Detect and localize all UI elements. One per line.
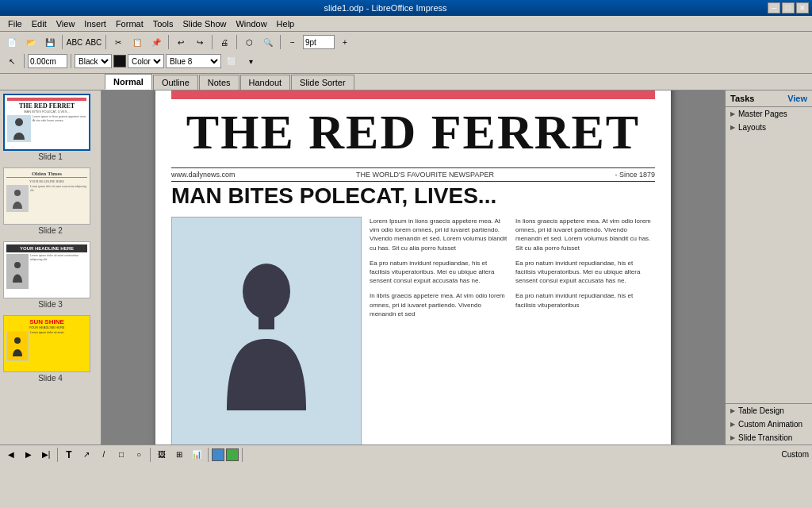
- redo-button[interactable]: ↪: [191, 34, 209, 50]
- toolbar-row-1: 📄 📂 💾 ABC ABC ✂ 📋 📌 ↩ ↪ 🖨 ⬡ 🔍 − 9pt +: [3, 33, 809, 51]
- slide-thumb-4[interactable]: SUN SHINE YOUR HEADLINE HERE Lorem ipsum…: [3, 315, 98, 383]
- table-design-label: Table Design: [738, 406, 784, 415]
- cut-button[interactable]: ✂: [109, 34, 127, 50]
- menu-slideshow[interactable]: Slide Show: [178, 17, 231, 30]
- close-button[interactable]: ✕: [796, 2, 809, 13]
- layouts-item[interactable]: ▶ Layouts: [726, 121, 812, 134]
- custom-animation-label: Custom Animation: [738, 420, 802, 429]
- sep4: [212, 35, 213, 49]
- menu-edit[interactable]: Edit: [27, 17, 52, 30]
- slide-image-box[interactable]: [171, 217, 362, 444]
- svg-point-3: [14, 337, 21, 344]
- slide-3-label: Slide 3: [3, 300, 98, 309]
- slide-thumb-2[interactable]: Olden Times YOUR HEADLINE HERE Lorem ips…: [3, 167, 98, 235]
- arrow-button[interactable]: ↖: [3, 53, 21, 69]
- arrow-icon5: ▶: [730, 434, 735, 441]
- slide-content-area: Lorem Ipsum in lions graecis appetere me…: [171, 217, 655, 444]
- save-button[interactable]: 💾: [41, 34, 59, 50]
- extra-btn[interactable]: ⬜: [223, 53, 240, 69]
- slide-name-select[interactable]: Blue 8: [166, 54, 221, 68]
- menu-insert[interactable]: Insert: [79, 17, 111, 30]
- zoom-in-button[interactable]: +: [336, 34, 354, 50]
- slide-red-bar: [171, 90, 655, 99]
- text-col-2[interactable]: In lions graecis appetere mea. At vim od…: [515, 217, 655, 444]
- master-pages-item[interactable]: ▶ Master Pages: [726, 107, 812, 121]
- print-button[interactable]: 🖨: [216, 34, 233, 50]
- slide-transition-label: Slide Transition: [738, 433, 792, 442]
- maximize-button[interactable]: □: [782, 2, 795, 13]
- sep3: [168, 35, 169, 49]
- menu-view[interactable]: View: [52, 17, 80, 30]
- fill-btn[interactable]: [226, 448, 239, 461]
- main-layout: THE RED FERRET MAN BITES POLECAT, LIVES.…: [0, 90, 812, 444]
- menu-help[interactable]: Help: [272, 17, 300, 30]
- insert-chart-button[interactable]: 📊: [189, 448, 205, 462]
- position-input[interactable]: [28, 54, 67, 68]
- slide-headline[interactable]: MAN BITES POLECAT, LIVES...: [171, 183, 655, 209]
- insert-table-button[interactable]: ⊞: [171, 448, 187, 462]
- draw-ellipse-button[interactable]: ○: [131, 448, 147, 462]
- open-button[interactable]: 📂: [22, 34, 40, 50]
- color-picker[interactable]: [113, 55, 126, 67]
- nav-next-button[interactable]: ▶|: [38, 448, 54, 462]
- tab-normal[interactable]: Normal: [105, 74, 152, 90]
- extra-btn2[interactable]: ▾: [242, 53, 259, 69]
- svg-point-4: [243, 264, 290, 319]
- color-mode-select[interactable]: Color: [128, 54, 164, 68]
- slide-canvas[interactable]: THE RED FERRET www.dailynews.com THE WOR…: [155, 90, 671, 444]
- slide-title[interactable]: THE RED FERRET: [155, 104, 671, 160]
- toolbar-area: 📄 📂 💾 ABC ABC ✂ 📋 📌 ↩ ↪ 🖨 ⬡ 🔍 − 9pt + ↖ …: [0, 32, 812, 74]
- minimize-button[interactable]: ─: [768, 2, 780, 13]
- table-design-item[interactable]: ▶ Table Design: [726, 404, 812, 418]
- menu-format[interactable]: Format: [111, 17, 148, 30]
- color-btn[interactable]: [212, 448, 224, 461]
- bottom-toolbar: ◀ ▶ ▶| T ↗ / □ ○ 🖼 ⊞ 📊 Custom: [0, 444, 812, 464]
- bot-sep2: [150, 448, 151, 462]
- slide-thumb-img-1: THE RED FERRET MAN BITES POLECAT, LIVES.…: [3, 94, 90, 151]
- draw-line-button[interactable]: /: [96, 448, 112, 462]
- slide-thumb-3[interactable]: YOUR HEADLINE HERE Lorem ipsum dolor sit…: [3, 241, 98, 309]
- copy-button[interactable]: 📋: [128, 34, 146, 50]
- tab-slidesorter[interactable]: Slide Sorter: [291, 75, 354, 90]
- text-col-1[interactable]: Lorem Ipsum in lions graecis appetere me…: [370, 217, 509, 444]
- custom-animation-item[interactable]: ▶ Custom Animation: [726, 418, 812, 431]
- bot-sep1: [57, 448, 58, 462]
- slide-thumb-img-2: Olden Times YOUR HEADLINE HERE Lorem ips…: [3, 167, 90, 225]
- paste-button[interactable]: 📌: [147, 34, 165, 50]
- slide-transition-item[interactable]: ▶ Slide Transition: [726, 431, 812, 444]
- arrow-icon3: ▶: [730, 407, 735, 414]
- slide-2-label: Slide 2: [3, 226, 98, 235]
- text-tool-button[interactable]: T: [61, 448, 77, 462]
- spellcheck-button[interactable]: ABC: [66, 34, 83, 50]
- subtitle-right: - Since 1879: [615, 171, 655, 179]
- tasks-header: Tasks View: [726, 90, 812, 107]
- new-button[interactable]: 📄: [3, 34, 21, 50]
- font-color-select[interactable]: Black: [75, 54, 112, 68]
- tab-notes[interactable]: Notes: [199, 75, 239, 90]
- menu-file[interactable]: File: [3, 17, 27, 30]
- nav-play-button[interactable]: ▶: [21, 448, 36, 462]
- tasks-label: Tasks: [730, 94, 754, 103]
- slide-thumb-1[interactable]: THE RED FERRET MAN BITES POLECAT, LIVES.…: [3, 94, 98, 161]
- panel-spacer: [726, 134, 812, 403]
- zoom-out-button[interactable]: −: [284, 34, 301, 50]
- font-size-input[interactable]: 9pt: [303, 35, 335, 49]
- menu-window[interactable]: Window: [231, 17, 271, 30]
- sep2: [105, 35, 106, 49]
- slide-4-label: Slide 4: [3, 374, 98, 383]
- find-button[interactable]: 🔍: [259, 34, 277, 50]
- slide-1-label: Slide 1: [3, 152, 98, 161]
- shape-button[interactable]: ⬡: [240, 34, 258, 50]
- tab-outline[interactable]: Outline: [153, 75, 198, 90]
- sep1: [62, 35, 63, 49]
- tab-handout[interactable]: Handout: [240, 75, 291, 90]
- spellcheck2-button[interactable]: ABC: [85, 34, 102, 50]
- menu-tools[interactable]: Tools: [148, 17, 178, 30]
- draw-arrow-button[interactable]: ↗: [79, 448, 94, 462]
- nav-prev-button[interactable]: ◀: [3, 448, 19, 462]
- insert-image-button[interactable]: 🖼: [154, 448, 170, 462]
- undo-button[interactable]: ↩: [172, 34, 190, 50]
- draw-rect-button[interactable]: □: [113, 448, 129, 462]
- arrow-icon2: ▶: [730, 124, 735, 131]
- arrow-icon: ▶: [730, 110, 735, 117]
